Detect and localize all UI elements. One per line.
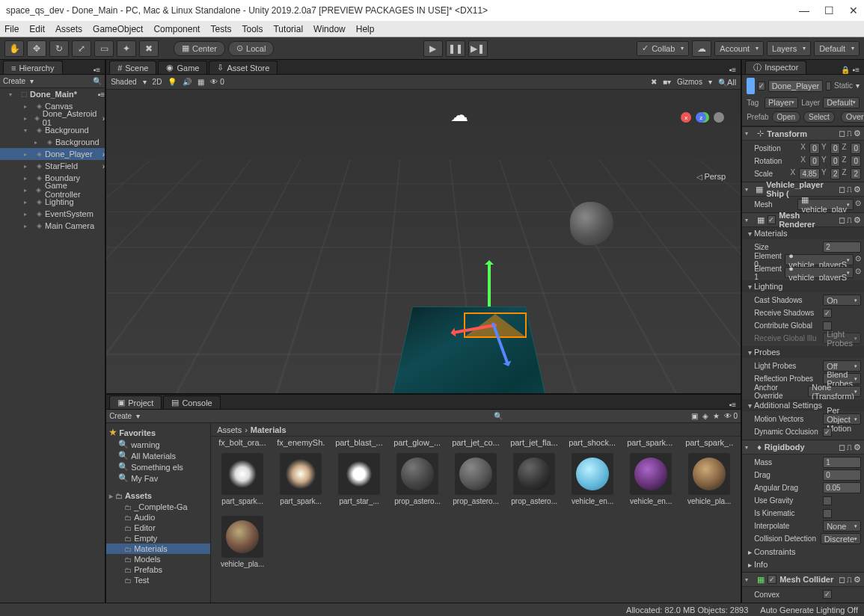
scene-tab[interactable]: #Scene	[109, 61, 156, 74]
folder-item[interactable]: 🗀Prefabs	[106, 564, 210, 575]
fx-toggle-icon[interactable]: ▦	[197, 78, 204, 86]
mode-2d-toggle[interactable]: 2D	[153, 78, 162, 86]
convex[interactable]	[823, 590, 832, 599]
menu-tutorial[interactable]: Tutorial	[273, 24, 303, 34]
hierarchy-item[interactable]: ▸◈Done_Player›	[0, 148, 105, 160]
angular-drag[interactable]: 0.05	[823, 482, 861, 493]
scale-tool[interactable]: ⤢	[72, 40, 91, 57]
hierarchy-item[interactable]: ▸◈EventSystem	[0, 208, 105, 220]
cast-shadows[interactable]: On	[823, 295, 861, 306]
star-icon[interactable]: ★	[713, 412, 720, 420]
asset-store-tab[interactable]: ⇩Asset Store	[209, 61, 278, 74]
inspector-tab[interactable]: ⓘInspector	[745, 61, 806, 74]
help-icon[interactable]: ◻	[839, 129, 845, 138]
scene-view[interactable]: ☁ y x z ◁ Persp	[106, 90, 741, 393]
menu-gameobject[interactable]: GameObject	[93, 24, 143, 34]
maximize-button[interactable]: ☐	[824, 4, 834, 16]
favorite-item[interactable]: 🔍Something els	[106, 461, 210, 472]
minimize-button[interactable]: —	[799, 4, 809, 16]
pause-button[interactable]: ❚❚	[446, 40, 465, 57]
dynamic-occlusion[interactable]	[823, 428, 832, 437]
project-create[interactable]: Create	[109, 412, 132, 420]
asset-item[interactable]: vehicle_pla...	[685, 453, 733, 505]
status-lighting[interactable]: Auto Generate Lighting Off	[760, 606, 858, 615]
filter-icon[interactable]: ▣	[691, 412, 698, 420]
menu-window[interactable]: Window	[313, 24, 346, 34]
perspective-label[interactable]: ◁ Persp	[696, 172, 726, 181]
panel-menu-icon[interactable]: ▪≡	[94, 66, 105, 74]
hierarchy-item[interactable]: ▸◈Main Camera	[0, 220, 105, 232]
menu-file[interactable]: File	[4, 24, 19, 34]
interpolate[interactable]: None	[823, 520, 861, 532]
shaded-dropdown[interactable]: Shaded	[111, 78, 136, 86]
pos-y[interactable]: 0	[830, 143, 841, 154]
hierarchy-item[interactable]: ▸◈Done_Asteroid 01›	[0, 112, 105, 124]
motion-vectors[interactable]: Per Object Motion	[823, 413, 861, 425]
probes-section[interactable]: ▾ Probes	[742, 346, 864, 358]
cloud-button[interactable]: ☁	[692, 40, 711, 57]
scl-z[interactable]: 2	[851, 168, 861, 179]
asset-item[interactable]: prop_astero...	[393, 453, 441, 505]
play-button[interactable]: ▶	[423, 40, 443, 57]
tag-dropdown[interactable]: Player	[765, 97, 798, 108]
use-gravity[interactable]	[823, 496, 832, 505]
transform-tool[interactable]: ✦	[117, 40, 136, 57]
favorite-item[interactable]: 🔍warning	[106, 439, 210, 450]
pivot-local-toggle[interactable]: ⊙Local	[228, 41, 274, 56]
meshcollider-header[interactable]: ▾▦Mesh Collider◻⎍⚙	[742, 572, 864, 587]
folder-item[interactable]: 🗀Test	[106, 575, 210, 585]
folder-item[interactable]: 🗀_Complete-Ga	[106, 502, 210, 512]
hierarchy-create[interactable]: Create	[3, 77, 25, 85]
mesh-field[interactable]: ▦ vehicle_play	[797, 199, 854, 210]
panel-menu-icon[interactable]: ▪≡	[729, 401, 741, 409]
mass[interactable]: 1	[823, 457, 861, 468]
rotate-tool[interactable]: ↻	[49, 40, 69, 57]
scene-search[interactable]: 🔍All	[718, 78, 736, 87]
y-axis-handle[interactable]	[488, 262, 491, 307]
pos-z[interactable]: 0	[851, 143, 861, 154]
collab-dropdown[interactable]: ✓Collab	[637, 41, 689, 56]
hierarchy-item[interactable]: ▸◈Background	[0, 136, 105, 148]
receive-gi[interactable]: Light Probes	[823, 333, 861, 344]
prefab-open[interactable]: Open	[772, 111, 800, 123]
asset-item[interactable]: prop_astero...	[510, 453, 558, 505]
audio-toggle-icon[interactable]: 🔊	[183, 78, 192, 86]
asset-item[interactable]: vehicle_pla...	[218, 516, 266, 568]
custom-tool[interactable]: ✖	[139, 40, 159, 57]
close-button[interactable]: ✕	[849, 4, 858, 16]
asset-item[interactable]: prop_astero...	[452, 453, 500, 505]
layout-dropdown[interactable]: Default	[814, 41, 860, 56]
gizmos-dropdown[interactable]: Gizmos	[677, 78, 702, 86]
label-icon[interactable]: ◈	[702, 412, 708, 420]
meshrenderer-header[interactable]: ▾▦Mesh Renderer◻⎍⚙	[742, 212, 864, 227]
breadcrumb-root[interactable]: Assets	[217, 425, 242, 434]
pos-x[interactable]: 0	[809, 143, 820, 154]
hand-tool[interactable]: ✋	[4, 40, 24, 57]
info-fold[interactable]: ▸ Info	[745, 560, 820, 569]
rigidbody-header[interactable]: ▾♦Rigidbody◻⎍⚙	[742, 440, 864, 455]
menu-edit[interactable]: Edit	[29, 24, 45, 34]
is-kinematic[interactable]	[823, 509, 832, 518]
folder-item[interactable]: 🗀Editor	[106, 523, 210, 533]
account-dropdown[interactable]: Account	[714, 41, 764, 56]
menu-help[interactable]: Help	[356, 24, 375, 34]
favorites-header[interactable]: ★Favorites	[106, 426, 210, 439]
rect-tool[interactable]: ▭	[94, 40, 114, 57]
orientation-gizmo[interactable]: y x z	[681, 112, 726, 157]
camera-icon[interactable]: ■▾	[663, 78, 671, 86]
layers-dropdown[interactable]: Layers	[767, 41, 811, 56]
renderer-enabled[interactable]	[768, 215, 776, 224]
object-name-field[interactable]: Done_Player	[768, 80, 824, 92]
menu-tests[interactable]: Tests	[210, 24, 231, 34]
visibility-icon[interactable]: 👁 0	[210, 78, 224, 86]
asset-item[interactable]: part_spark...	[218, 453, 266, 505]
hierarchy-item[interactable]: ▸◈Game Controller	[0, 184, 105, 196]
layer-dropdown[interactable]: Default	[823, 97, 860, 108]
hidden-icon[interactable]: 👁 0	[724, 412, 738, 420]
materials-section[interactable]: ▾ Materials	[742, 227, 864, 239]
step-button[interactable]: ▶❚	[468, 40, 488, 57]
folder-item[interactable]: 🗀Audio	[106, 512, 210, 523]
drag[interactable]: 0	[823, 469, 861, 481]
rot-z[interactable]: 0	[851, 155, 861, 167]
asset-item[interactable]: part_spark...	[277, 453, 325, 505]
